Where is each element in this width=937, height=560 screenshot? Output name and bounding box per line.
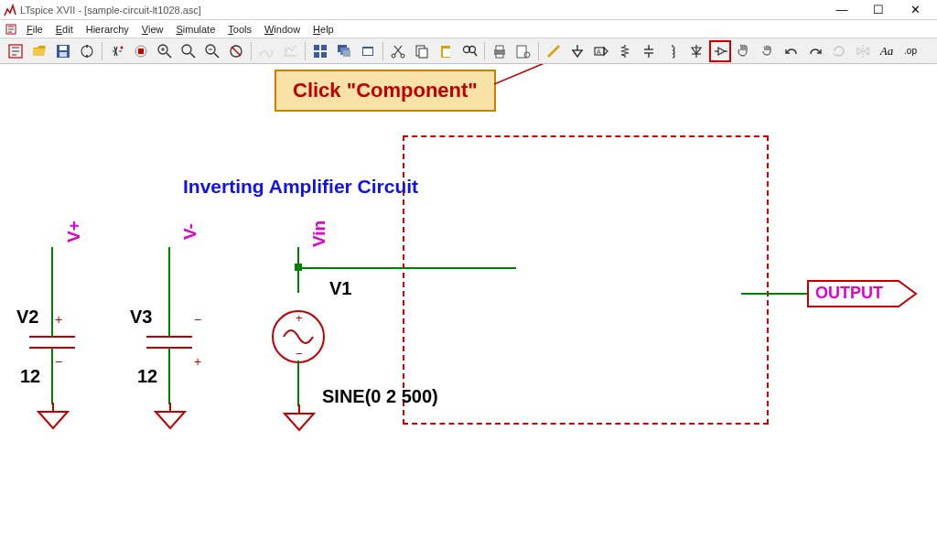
component-v1-name[interactable]: V1 [329, 278, 351, 299]
ground-symbol[interactable] [152, 403, 188, 432]
window-title: LTspice XVII - [sample-circuit-lt1028.as… [20, 5, 824, 16]
svg-rect-10 [138, 48, 144, 54]
cut-icon[interactable] [387, 40, 409, 62]
zoom-pan-icon[interactable] [178, 40, 199, 62]
cascade-icon[interactable] [333, 40, 355, 62]
net-label-vminus[interactable]: V- [180, 223, 200, 240]
pick-visible-icon[interactable] [255, 40, 277, 62]
svg-rect-25 [321, 52, 327, 58]
copy-icon[interactable] [411, 40, 433, 62]
menu-edit[interactable]: Edit [50, 22, 79, 37]
wire[interactable] [298, 267, 516, 269]
svg-rect-43 [496, 54, 503, 58]
drag-icon[interactable] [757, 40, 779, 62]
maximize-button[interactable]: ☐ [860, 0, 897, 20]
component-v2-value[interactable]: 12 [20, 366, 40, 387]
capacitor-icon[interactable] [638, 40, 660, 62]
annotation-arrow [494, 64, 659, 137]
open-icon[interactable] [28, 40, 50, 62]
diode-icon[interactable] [685, 40, 707, 62]
draw-wire-icon[interactable] [543, 40, 565, 62]
close-window-icon[interactable] [357, 40, 379, 62]
menu-window[interactable]: Window [259, 22, 306, 37]
svg-rect-24 [314, 52, 319, 58]
svg-point-32 [401, 54, 404, 58]
component-v1-value[interactable]: SINE(0 2 500) [322, 386, 438, 407]
schematic-canvas[interactable]: Click "Component" Inverting Amplifier Ci… [0, 64, 937, 560]
resistor-icon[interactable] [614, 40, 636, 62]
annotation-callout: Click "Component" [275, 70, 496, 112]
wire[interactable] [297, 361, 299, 406]
svg-line-18 [214, 53, 219, 58]
svg-text:+: + [55, 312, 62, 327]
svg-text:−: − [194, 312, 201, 327]
menu-tools[interactable]: Tools [222, 22, 257, 37]
wire[interactable] [51, 247, 53, 337]
net-label-vplus[interactable]: V+ [64, 221, 84, 242]
mdi-icon[interactable] [5, 24, 16, 35]
port-output[interactable]: OUTPUT [807, 280, 919, 307]
autorange-icon[interactable] [279, 40, 301, 62]
wire[interactable] [168, 247, 170, 337]
label-net-icon[interactable]: A [590, 40, 612, 62]
svg-rect-3 [59, 46, 67, 50]
svg-point-15 [182, 45, 191, 54]
menu-hierarchy[interactable]: Hierarchy [81, 22, 135, 37]
svg-line-21 [232, 47, 241, 56]
svg-line-12 [167, 53, 171, 58]
move-icon[interactable] [733, 40, 755, 62]
redo-icon[interactable] [804, 40, 826, 62]
svg-line-16 [190, 53, 195, 58]
save-icon[interactable] [52, 40, 74, 62]
selection-marquee [403, 135, 769, 425]
ground-symbol[interactable] [35, 403, 71, 432]
wire[interactable] [51, 348, 53, 404]
tile-icon[interactable] [309, 40, 331, 62]
menu-help[interactable]: Help [307, 22, 339, 37]
zoom-fit-icon[interactable] [225, 40, 247, 62]
menu-file[interactable]: File [21, 22, 48, 37]
wire[interactable] [741, 293, 807, 295]
window-buttons: — ☐ ✕ [824, 0, 933, 20]
svg-rect-34 [419, 48, 427, 58]
zoom-out-icon[interactable] [201, 40, 223, 62]
svg-rect-4 [59, 52, 67, 57]
wire[interactable] [297, 247, 299, 293]
svg-rect-7 [86, 55, 88, 58]
component-icon[interactable] [709, 40, 731, 62]
menu-view[interactable]: View [136, 22, 169, 37]
app-icon [4, 4, 16, 16]
undo-icon[interactable] [781, 40, 802, 62]
svg-rect-36 [443, 48, 450, 57]
find-icon[interactable] [458, 40, 480, 62]
wire[interactable] [168, 348, 170, 404]
svg-point-31 [392, 54, 395, 58]
new-schematic-icon[interactable] [5, 40, 27, 62]
print-setup-icon[interactable] [512, 40, 534, 62]
control-panel-icon[interactable] [76, 40, 98, 62]
rotate-icon[interactable] [828, 40, 850, 62]
menubar: File Edit Hierarchy View Simulate Tools … [0, 20, 937, 38]
spice-directive-icon[interactable]: .op [899, 40, 921, 62]
minimize-button[interactable]: — [824, 0, 860, 20]
svg-text:+: + [194, 354, 201, 369]
component-v3-value[interactable]: 12 [137, 366, 157, 387]
paste-icon[interactable] [435, 40, 457, 62]
menu-simulate[interactable]: Simulate [170, 22, 221, 37]
run-icon[interactable] [106, 40, 128, 62]
text-icon[interactable]: Aa [876, 40, 898, 62]
zoom-in-icon[interactable] [154, 40, 176, 62]
circuit-title: Inverting Amplifier Circuit [183, 176, 418, 198]
ground-symbol[interactable] [281, 404, 318, 434]
svg-line-40 [474, 52, 477, 56]
net-label-vin[interactable]: Vin [309, 221, 329, 247]
titlebar: LTspice XVII - [sample-circuit-lt1028.as… [0, 0, 937, 20]
mirror-icon[interactable] [852, 40, 874, 62]
svg-text:A: A [597, 48, 601, 55]
ground-icon[interactable] [566, 40, 588, 62]
svg-rect-6 [86, 45, 88, 48]
close-button[interactable]: ✕ [897, 0, 933, 20]
print-icon[interactable] [489, 40, 511, 62]
inductor-icon[interactable] [662, 40, 684, 62]
halt-icon[interactable] [130, 40, 152, 62]
